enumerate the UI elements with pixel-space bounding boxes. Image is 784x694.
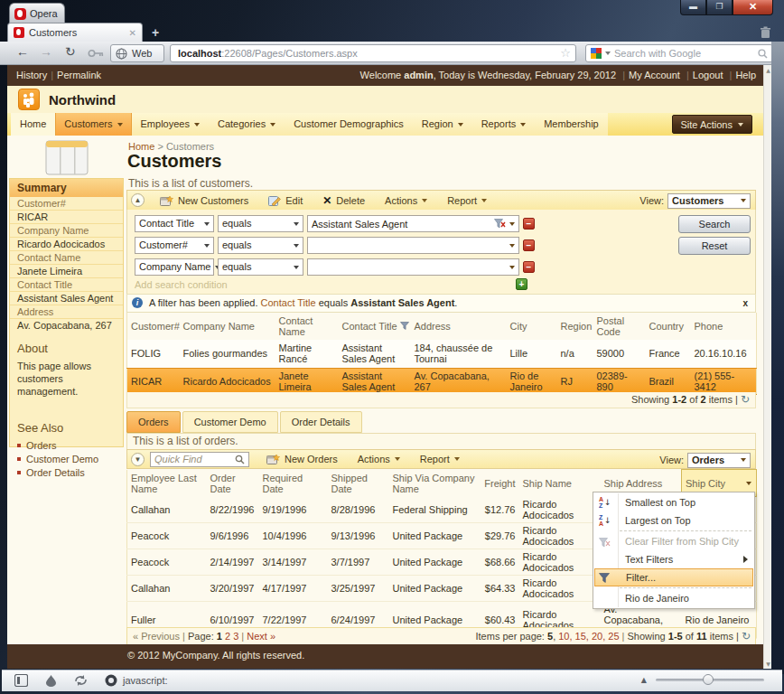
- col-customer[interactable]: Customer#: [127, 313, 180, 340]
- delete-button[interactable]: ✕ Delete: [313, 191, 375, 210]
- magnifier-icon[interactable]: [235, 455, 245, 464]
- chevron-down-icon[interactable]: [509, 266, 515, 269]
- col-ship-name[interactable]: Ship Name: [519, 470, 601, 497]
- see-also-customer-demo-link[interactable]: Customer Demo: [17, 453, 117, 466]
- tab-orders[interactable]: Orders: [126, 411, 181, 433]
- nav-employees[interactable]: Employees: [132, 113, 209, 136]
- sync-icon[interactable]: [74, 674, 88, 687]
- customers-view-select[interactable]: Customers: [667, 193, 751, 209]
- vertical-scrollbar[interactable]: ▲ ▼: [763, 65, 771, 669]
- magnifier-icon[interactable]: [758, 49, 768, 59]
- logout-link[interactable]: Logout: [693, 70, 723, 80]
- help-link[interactable]: Help: [735, 70, 756, 80]
- chevron-down-icon[interactable]: [509, 222, 515, 226]
- dismiss-notice-button[interactable]: x: [742, 295, 748, 312]
- back-button[interactable]: ←: [16, 44, 29, 59]
- col-country[interactable]: Country: [646, 313, 691, 340]
- nav-customers[interactable]: Customers: [55, 113, 131, 136]
- col-postal-code[interactable]: Postal Code: [593, 313, 646, 340]
- trash-icon[interactable]: [760, 26, 771, 39]
- col-city[interactable]: City: [507, 313, 557, 340]
- orders-actions-button[interactable]: Actions: [348, 450, 410, 468]
- search-value-combo[interactable]: Assistant Sales Agent: [307, 215, 519, 232]
- permalink-link[interactable]: Permalink: [57, 70, 101, 80]
- edit-button[interactable]: Edit: [258, 191, 313, 210]
- collapse-quickfind-icon[interactable]: ▼: [131, 453, 145, 466]
- forward-button[interactable]: →: [40, 44, 52, 59]
- new-tab-button[interactable]: +: [152, 25, 159, 40]
- orders-view-select[interactable]: Orders: [687, 453, 751, 468]
- col-ship-via[interactable]: Ship Via Company Name: [389, 470, 480, 497]
- zoom-slider-knob[interactable]: [703, 674, 714, 685]
- reload-button[interactable]: ↻: [65, 44, 76, 59]
- nav-membership[interactable]: Membership: [535, 113, 608, 136]
- search-field-select[interactable]: Company Name: [135, 258, 214, 276]
- scroll-down-icon[interactable]: ▼: [765, 661, 771, 667]
- add-search-condition[interactable]: Add search condition: [135, 279, 228, 290]
- site-actions-button[interactable]: Site Actions: [672, 115, 752, 134]
- page-number-current[interactable]: 1: [217, 631, 222, 642]
- col-freight[interactable]: Freight: [480, 470, 519, 497]
- see-also-orders-link[interactable]: Orders: [17, 439, 117, 453]
- filter-field-link[interactable]: Contact Title: [261, 297, 316, 308]
- reset-button[interactable]: Reset: [678, 237, 751, 255]
- maximize-button[interactable]: ❐: [706, 0, 733, 15]
- search-field-select[interactable]: Customer#: [135, 237, 214, 254]
- col-required-date[interactable]: Required Date: [259, 470, 328, 497]
- nav-home[interactable]: Home: [11, 113, 55, 136]
- key-icon[interactable]: [88, 49, 104, 58]
- zoom-slider[interactable]: [656, 679, 764, 681]
- opera-turbo-icon[interactable]: [105, 674, 117, 687]
- add-condition-button[interactable]: +: [516, 278, 527, 290]
- tab-close-icon[interactable]: ✕: [129, 28, 136, 38]
- search-op-select[interactable]: equals: [218, 237, 303, 254]
- page-size-links[interactable]: 10, 15, 20, 25: [558, 631, 619, 642]
- nav-customer-demographics[interactable]: Customer Demographics: [285, 113, 413, 136]
- search-value-combo[interactable]: [307, 258, 519, 276]
- nav-categories[interactable]: Categories: [209, 113, 285, 136]
- web-button[interactable]: Web: [110, 44, 164, 62]
- minimize-button[interactable]: ▬: [680, 0, 706, 15]
- menu-value-rio[interactable]: Rio de Janeiro: [594, 589, 753, 607]
- customer-row[interactable]: FOLIGFolies gourmandesMartine RancéAssis…: [127, 340, 757, 368]
- menu-smallest-on-top[interactable]: AZ↓ Smallest on Top: [594, 493, 753, 511]
- menu-text-filters[interactable]: Text Filters: [594, 550, 753, 568]
- refresh-icon[interactable]: ↻: [742, 630, 751, 642]
- browser-tab-customers[interactable]: Customers ✕: [7, 23, 143, 42]
- collapse-search-icon[interactable]: ▲: [131, 193, 145, 207]
- search-op-select[interactable]: equals: [218, 215, 303, 232]
- page-number-links[interactable]: 2 3: [225, 631, 238, 642]
- search-op-select[interactable]: equals: [218, 258, 303, 276]
- chevron-down-icon[interactable]: [509, 244, 515, 248]
- col-employee-last-name[interactable]: Employee Last Name: [127, 470, 207, 497]
- chevron-down-icon[interactable]: [746, 482, 751, 485]
- search-engine-caret-icon[interactable]: [605, 52, 611, 55]
- col-order-date[interactable]: Order Date: [207, 470, 259, 497]
- col-phone[interactable]: Phone: [691, 313, 757, 340]
- history-link[interactable]: History: [16, 70, 47, 80]
- nav-reports[interactable]: Reports: [472, 113, 536, 136]
- google-search-box[interactable]: Search with Google: [585, 44, 773, 62]
- my-account-link[interactable]: My Account: [629, 70, 680, 80]
- quick-find-input[interactable]: Quick Find: [150, 452, 249, 467]
- col-contact-title[interactable]: Contact Title: [339, 313, 411, 340]
- see-also-order-details-link[interactable]: Order Details: [17, 466, 117, 480]
- col-address[interactable]: Address: [411, 313, 507, 340]
- new-orders-button[interactable]: New Orders: [257, 450, 348, 468]
- tab-customer-demo[interactable]: Customer Demo: [182, 411, 278, 433]
- refresh-icon[interactable]: ↻: [741, 393, 750, 406]
- col-contact-name[interactable]: Contact Name: [275, 313, 339, 340]
- zoom-control[interactable]: ▲: [641, 676, 764, 684]
- opera-unite-icon[interactable]: [45, 674, 57, 687]
- menu-largest-on-top[interactable]: ZA↓ Largest on Top: [594, 511, 753, 530]
- search-field-select[interactable]: Contact Title: [135, 215, 214, 232]
- menu-filter[interactable]: Filter...: [594, 568, 753, 586]
- tab-order-details[interactable]: Order Details: [280, 411, 362, 433]
- customer-row-selected[interactable]: RICARRicardo AdocicadosJanete LimeiraAss…: [127, 368, 757, 394]
- report-menu-button[interactable]: Report: [437, 191, 497, 210]
- search-button[interactable]: Search: [678, 215, 751, 233]
- next-page-link[interactable]: Next »: [247, 631, 275, 642]
- zoom-expand-icon[interactable]: ▲: [641, 676, 647, 684]
- col-shipped-date[interactable]: Shipped Date: [328, 470, 389, 497]
- search-value-combo[interactable]: [307, 237, 519, 254]
